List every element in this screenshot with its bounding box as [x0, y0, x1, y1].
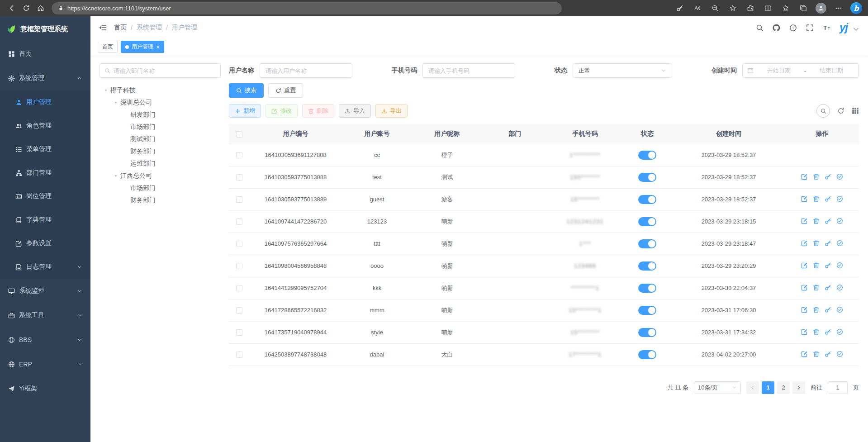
delete-icon[interactable] — [813, 284, 820, 291]
reset-password-icon[interactable] — [825, 262, 831, 269]
address-bar[interactable]: https://ccnetcore.com:1101/system/user — [52, 2, 562, 14]
assign-role-icon[interactable] — [836, 195, 843, 202]
export-button[interactable]: 导出 — [375, 104, 408, 118]
github-icon[interactable] — [773, 24, 780, 32]
date-range-picker[interactable]: 开始日期 - 结束日期 — [742, 63, 859, 78]
delete-icon[interactable] — [813, 195, 820, 202]
search-icon[interactable] — [756, 24, 764, 32]
row-checkbox[interactable] — [236, 263, 242, 269]
tree-node[interactable]: 财务部门 — [100, 194, 221, 206]
edit-icon[interactable] — [801, 306, 808, 313]
delete-icon[interactable] — [813, 351, 820, 357]
delete-icon[interactable] — [813, 240, 820, 247]
tree-node[interactable]: 江西总公司 — [100, 170, 221, 182]
app-logo[interactable]: 意框架管理系统 — [0, 16, 90, 42]
sidebar-item-bbs[interactable]: BBS — [0, 328, 90, 352]
import-button[interactable]: 导入 — [339, 104, 371, 118]
page-size-select[interactable]: 10条/页 — [694, 381, 741, 394]
breadcrumb-item-system[interactable]: 系统管理 — [137, 24, 162, 32]
status-select[interactable]: 正常 — [573, 63, 672, 78]
status-toggle[interactable] — [638, 306, 656, 315]
tab-home[interactable]: 首页 — [98, 41, 118, 53]
tree-node[interactable]: 运维部门 — [100, 157, 221, 170]
user-avatar-logo[interactable]: yj — [840, 22, 848, 33]
row-checkbox[interactable] — [236, 352, 242, 358]
tree-expander-icon[interactable] — [101, 88, 110, 93]
settings-dots-icon[interactable] — [831, 1, 846, 15]
prev-page-button[interactable] — [746, 381, 759, 394]
delete-button[interactable]: 删除 — [302, 104, 334, 118]
bing-icon[interactable]: b — [849, 1, 863, 15]
sidebar-item-dept[interactable]: 部门管理 — [0, 161, 90, 185]
edit-icon[interactable] — [801, 328, 808, 335]
assign-role-icon[interactable] — [836, 218, 843, 224]
reset-password-icon[interactable] — [825, 328, 831, 335]
font-size-icon[interactable]: TT — [823, 24, 830, 32]
delete-icon[interactable] — [813, 173, 820, 180]
row-checkbox[interactable] — [236, 219, 242, 225]
row-checkbox[interactable] — [236, 152, 242, 158]
sidebar-item-menu[interactable]: 菜单管理 — [0, 138, 90, 161]
sidebar-item-log[interactable]: 日志管理 — [0, 255, 90, 279]
toggle-search-icon[interactable] — [816, 104, 830, 118]
password-key-icon[interactable] — [673, 1, 687, 15]
close-icon[interactable]: × — [156, 44, 160, 50]
tab-user-management[interactable]: 用户管理 × — [121, 41, 164, 53]
edit-icon[interactable] — [801, 218, 808, 224]
sidebar-toggle-icon[interactable] — [99, 24, 107, 32]
row-checkbox[interactable] — [236, 329, 242, 336]
assign-role-icon[interactable] — [836, 173, 843, 180]
sidebar-item-system[interactable]: 系统管理 — [0, 66, 90, 90]
home-icon[interactable] — [33, 1, 48, 15]
row-checkbox[interactable] — [236, 241, 242, 247]
read-aloud-icon[interactable]: A — [690, 1, 705, 15]
select-all-checkbox[interactable] — [236, 131, 242, 138]
reset-password-icon[interactable] — [825, 351, 831, 357]
edit-icon[interactable] — [801, 262, 808, 269]
row-checkbox[interactable] — [236, 196, 242, 203]
breadcrumb-item-user[interactable]: 用户管理 — [172, 24, 197, 32]
page-number-button[interactable]: 2 — [777, 381, 790, 394]
chevron-down-icon[interactable] — [852, 25, 860, 33]
tree-expander-icon[interactable] — [111, 100, 120, 105]
status-toggle[interactable] — [638, 261, 656, 271]
reset-password-icon[interactable] — [825, 240, 831, 247]
sidebar-item-home[interactable]: 首页 — [0, 42, 90, 66]
tree-expander-icon[interactable] — [111, 173, 120, 179]
delete-icon[interactable] — [813, 218, 820, 224]
sidebar-item-erp[interactable]: ERP — [0, 352, 90, 376]
tree-node[interactable]: 研发部门 — [100, 109, 221, 121]
status-toggle[interactable] — [638, 350, 656, 359]
status-toggle[interactable] — [638, 173, 656, 182]
sidebar-item-role[interactable]: 角色管理 — [0, 114, 90, 138]
row-checkbox[interactable] — [236, 174, 242, 181]
next-page-button[interactable] — [792, 381, 805, 394]
delete-icon[interactable] — [813, 306, 820, 313]
reset-password-icon[interactable] — [825, 218, 831, 224]
profile-avatar[interactable] — [814, 1, 828, 15]
split-screen-icon[interactable] — [761, 1, 775, 15]
zoom-icon[interactable] — [708, 1, 722, 15]
tree-node[interactable]: 市场部门 — [100, 121, 221, 133]
delete-icon[interactable] — [813, 328, 820, 335]
dept-search-input[interactable] — [114, 67, 216, 74]
tree-node[interactable]: 测试部门 — [100, 133, 221, 145]
edit-button[interactable]: 修改 — [266, 104, 298, 118]
sidebar-item-tools[interactable]: 系统工具 — [0, 303, 90, 328]
refresh-icon[interactable] — [19, 1, 33, 15]
reset-password-icon[interactable] — [825, 195, 831, 202]
row-checkbox[interactable] — [236, 307, 242, 314]
back-icon[interactable] — [5, 1, 19, 15]
delete-icon[interactable] — [813, 262, 820, 269]
favorites-add-icon[interactable] — [726, 1, 740, 15]
sidebar-item-config[interactable]: 参数设置 — [0, 232, 90, 255]
assign-role-icon[interactable] — [836, 328, 843, 335]
reset-button[interactable]: 重置 — [268, 83, 303, 98]
status-toggle[interactable] — [638, 217, 656, 226]
column-settings-icon[interactable] — [852, 107, 859, 114]
sidebar-item-post[interactable]: 岗位管理 — [0, 185, 90, 208]
assign-role-icon[interactable] — [836, 262, 843, 269]
breadcrumb-item-home[interactable]: 首页 — [114, 24, 127, 32]
status-toggle[interactable] — [638, 328, 656, 337]
status-toggle[interactable] — [638, 151, 656, 160]
